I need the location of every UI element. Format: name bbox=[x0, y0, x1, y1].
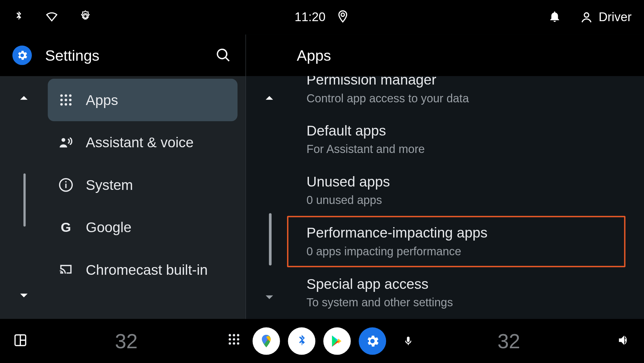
temperature-right[interactable]: 32 bbox=[497, 329, 520, 353]
svg-point-5 bbox=[65, 99, 67, 101]
volume-icon[interactable] bbox=[616, 333, 631, 349]
detail-item-title: Performance-impacting apps bbox=[307, 224, 606, 242]
bluetooth-app-button[interactable] bbox=[288, 327, 315, 355]
svg-point-20 bbox=[229, 338, 231, 341]
google-g-icon: G bbox=[58, 220, 73, 235]
nav-bar: 32 32 bbox=[0, 319, 644, 363]
location-icon bbox=[336, 10, 350, 25]
apps-grid-icon bbox=[58, 93, 73, 108]
svg-point-3 bbox=[69, 94, 71, 97]
detail-scroll-down-button[interactable] bbox=[261, 288, 278, 307]
status-time: 11:20 bbox=[294, 10, 325, 24]
status-bar: 11:20 Driver bbox=[0, 0, 644, 35]
sidebar-title: Settings bbox=[45, 47, 214, 64]
detail-item-title: Unused apps bbox=[307, 173, 606, 191]
detail-item-special-app-access[interactable]: Special app access To system and other s… bbox=[287, 267, 626, 318]
notifications-icon[interactable] bbox=[548, 10, 561, 25]
svg-point-9 bbox=[69, 103, 71, 105]
detail-item-subtitle: To system and other settings bbox=[307, 295, 606, 310]
wifi-icon bbox=[45, 10, 59, 25]
svg-point-18 bbox=[233, 334, 235, 336]
play-store-app-button[interactable] bbox=[323, 327, 351, 355]
sidebar-item-label: Chromecast built-in bbox=[86, 262, 208, 278]
detail-title: Apps bbox=[297, 47, 331, 64]
app-launcher-button[interactable] bbox=[227, 332, 245, 350]
pane-divider bbox=[246, 35, 246, 319]
search-button[interactable] bbox=[214, 46, 233, 65]
sidebar-item-label: Apps bbox=[86, 92, 118, 108]
svg-point-17 bbox=[229, 334, 231, 336]
sidebar-scrollbar[interactable] bbox=[23, 173, 26, 226]
svg-point-19 bbox=[237, 334, 239, 336]
sidebar-item-chromecast[interactable]: Chromecast built-in bbox=[48, 249, 237, 291]
detail-item-title: Permission manager bbox=[307, 76, 606, 89]
svg-point-4 bbox=[60, 99, 63, 101]
svg-point-22 bbox=[237, 338, 239, 341]
detail-item-title: Special app access bbox=[307, 275, 606, 294]
sidebar-scroll-up-button[interactable] bbox=[15, 89, 33, 109]
svg-point-21 bbox=[233, 338, 235, 341]
detail-scroll-up-button[interactable] bbox=[261, 89, 278, 109]
sidebar-item-label: Assistant & voice bbox=[86, 134, 194, 151]
detail-item-unused-apps[interactable]: Unused apps 0 unused apps bbox=[287, 165, 626, 216]
temperature-left[interactable]: 32 bbox=[115, 329, 138, 353]
detail-item-subtitle: Control app access to your data bbox=[307, 91, 606, 106]
detail-pane: Apps Permission manager Control app acce… bbox=[246, 35, 644, 319]
svg-point-25 bbox=[237, 342, 239, 345]
svg-point-2 bbox=[65, 94, 67, 97]
svg-point-10 bbox=[61, 138, 65, 142]
detail-header: Apps bbox=[246, 35, 644, 76]
detail-item-title: Default apps bbox=[307, 122, 606, 140]
settings-app-button[interactable] bbox=[359, 327, 386, 355]
svg-point-7 bbox=[60, 103, 63, 105]
assistant-voice-icon bbox=[58, 135, 73, 150]
sidebar-scroll-down-button[interactable] bbox=[15, 286, 33, 306]
voice-assistant-button[interactable] bbox=[399, 332, 417, 350]
detail-item-performance-impacting-apps[interactable]: Performance-impacting apps 0 apps impact… bbox=[287, 216, 626, 267]
detail-item-subtitle: 0 apps impacting performance bbox=[307, 244, 606, 259]
settings-app-icon bbox=[12, 46, 32, 65]
sidebar-item-google[interactable]: G Google bbox=[48, 206, 237, 249]
sidebar-item-assistant-voice[interactable]: Assistant & voice bbox=[48, 121, 237, 164]
sidebar-header: Settings bbox=[0, 35, 246, 76]
sidebar-item-apps[interactable]: Apps bbox=[48, 79, 237, 121]
svg-rect-13 bbox=[65, 181, 67, 183]
svg-rect-12 bbox=[65, 184, 67, 188]
svg-point-23 bbox=[229, 342, 231, 345]
svg-point-24 bbox=[233, 342, 235, 345]
brightness-icon bbox=[79, 10, 92, 25]
maps-app-button[interactable] bbox=[253, 327, 280, 355]
user-profile-button[interactable]: Driver bbox=[580, 10, 632, 24]
detail-item-permission-manager[interactable]: Permission manager Control app access to… bbox=[287, 76, 626, 114]
dashboard-icon[interactable] bbox=[13, 333, 28, 349]
cast-icon bbox=[58, 262, 73, 277]
svg-point-1 bbox=[60, 94, 63, 97]
detail-item-subtitle: 0 unused apps bbox=[307, 193, 606, 208]
sidebar-item-label: System bbox=[86, 177, 133, 193]
svg-point-8 bbox=[65, 103, 67, 105]
sidebar-item-label: Google bbox=[86, 219, 131, 236]
info-icon bbox=[58, 177, 73, 193]
settings-sidebar: Settings Apps Assistant & v bbox=[0, 35, 246, 319]
detail-item-subtitle: For Assistant and more bbox=[307, 142, 606, 157]
bluetooth-icon bbox=[12, 10, 25, 24]
svg-point-0 bbox=[584, 13, 589, 17]
svg-point-6 bbox=[69, 99, 71, 101]
sidebar-item-system[interactable]: System bbox=[48, 164, 237, 206]
user-profile-label: Driver bbox=[599, 10, 632, 24]
detail-scrollbar[interactable] bbox=[269, 213, 272, 266]
detail-item-default-apps[interactable]: Default apps For Assistant and more bbox=[287, 114, 626, 165]
